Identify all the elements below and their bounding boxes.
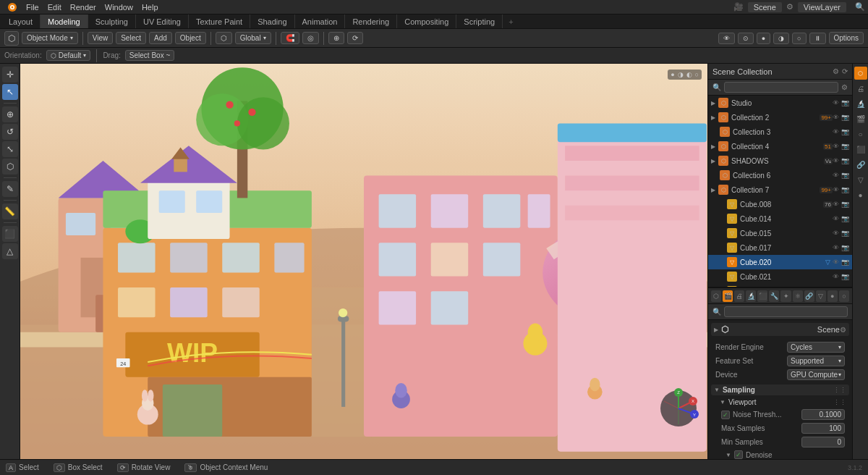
shading-render-btn[interactable]: ○ xyxy=(792,33,806,44)
annotate-tool[interactable]: ✎ xyxy=(2,181,18,197)
menu-file[interactable]: File xyxy=(22,1,43,13)
props-tab-material[interactable]: ● xyxy=(827,290,838,302)
visibility-icon[interactable]: 👁 xyxy=(833,157,839,164)
props-render-btn[interactable]: ⬡ xyxy=(854,67,867,80)
render-icon[interactable]: 📷 xyxy=(841,143,849,150)
visibility-icon[interactable]: 👁 xyxy=(833,128,839,135)
props-tab-scene[interactable]: 🎬 xyxy=(723,290,733,302)
max-samples-value[interactable]: 100 xyxy=(801,423,845,434)
add-mesh-tool[interactable]: △ xyxy=(2,243,18,259)
props-tab-object[interactable]: ⬛ xyxy=(757,290,767,302)
outliner-item-cube025[interactable]: ▶ ▽ Cube.025 👁 📷 xyxy=(708,284,852,287)
tab-modeling[interactable]: Modeling xyxy=(41,14,88,28)
render-icon[interactable]: 📷 xyxy=(841,114,849,121)
tab-shading[interactable]: Shading xyxy=(250,14,294,28)
scale-tool[interactable]: ⤡ xyxy=(2,141,18,157)
global-dropdown[interactable]: Global ▾ xyxy=(235,32,271,44)
tab-layout[interactable]: Layout xyxy=(1,14,41,28)
visibility-icon[interactable]: 👁 xyxy=(833,258,839,266)
render-icon[interactable]: 📷 xyxy=(841,244,849,251)
scene-options-icon[interactable]: ⚙ xyxy=(840,326,846,334)
render-icon[interactable]: 📷 xyxy=(841,215,849,222)
visibility-icon[interactable]: 👁 xyxy=(833,172,839,179)
props-output-btn[interactable]: 🖨 xyxy=(854,82,867,95)
render-icon[interactable]: 📷 xyxy=(841,157,849,164)
props-tab-data[interactable]: ▽ xyxy=(816,290,826,302)
snap-btn[interactable]: 🧲 xyxy=(281,32,299,44)
visibility-icon[interactable]: 👁 xyxy=(833,230,839,237)
menu-render[interactable]: Render xyxy=(66,1,101,13)
view-menu[interactable]: View xyxy=(88,32,114,44)
visibility-icon[interactable]: 👁 xyxy=(833,114,839,121)
overlay-btn[interactable]: 👁 xyxy=(718,33,735,44)
noise-thresh-value[interactable]: 0.1000 xyxy=(801,409,845,420)
measure-tool[interactable]: 📏 xyxy=(2,203,18,219)
rotate-tool[interactable]: ↺ xyxy=(2,124,18,140)
menu-window[interactable]: Window xyxy=(101,1,137,13)
feature-set-dropdown[interactable]: Supported ▾ xyxy=(787,356,845,366)
visibility-icon[interactable]: 👁 xyxy=(833,186,839,193)
visibility-icon[interactable]: 👁 xyxy=(833,201,839,208)
tab-animation[interactable]: Animation xyxy=(295,14,346,28)
visibility-icon[interactable]: 👁 xyxy=(833,215,839,222)
outliner-filter-btn[interactable]: ⚙ xyxy=(841,83,848,91)
pause-btn[interactable]: ⏸ xyxy=(809,33,826,44)
proportional-btn[interactable]: ◎ xyxy=(302,32,319,44)
affect-btn[interactable]: ⟳ xyxy=(347,32,363,44)
transform-tool[interactable]: ⬡ xyxy=(2,159,18,175)
outliner-item-collection7[interactable]: ▶ ⬡ Collection 7 99+ 👁 📷 xyxy=(708,182,852,197)
viewport-header[interactable]: ▼ Viewport ⋮⋮ xyxy=(717,397,849,408)
add-cube-tool[interactable]: ⬛ xyxy=(2,226,18,242)
scene-section-header[interactable]: ▶ ⬡ Scene ⚙ xyxy=(711,323,849,336)
denoise-checkbox[interactable] xyxy=(734,450,743,459)
options-btn[interactable]: Options xyxy=(829,32,864,44)
render-engine-dropdown[interactable]: Cycles ▾ xyxy=(787,342,845,353)
props-scene-btn[interactable]: 🎬 xyxy=(854,112,867,125)
min-samples-value[interactable]: 0 xyxy=(801,437,845,447)
props-search-input[interactable] xyxy=(724,306,848,317)
outliner-filter-icon[interactable]: ⚙ xyxy=(833,67,839,75)
props-object-btn[interactable]: ⬛ xyxy=(854,143,867,156)
props-tab-particles[interactable]: ✦ xyxy=(780,290,791,302)
status-select[interactable]: A Select xyxy=(6,463,39,472)
menu-help[interactable]: Help xyxy=(137,1,163,13)
outliner-item-collection2[interactable]: ▶ ⬡ Collection 2 99+ 👁 📷 xyxy=(708,110,852,125)
transform-orientations-btn[interactable]: ⬡ xyxy=(216,32,232,44)
render-icon[interactable]: 📷 xyxy=(841,273,849,280)
outliner-item-cube015[interactable]: ▶ ▽ Cube.015 👁 📷 xyxy=(708,226,852,240)
viewport[interactable]: WIP xyxy=(20,64,707,459)
render-icon[interactable]: 📷 xyxy=(841,201,849,208)
tab-texture-paint[interactable]: Texture Paint xyxy=(189,14,250,28)
status-rotate[interactable]: ⟳ Rotate View xyxy=(117,463,171,472)
viewlayer-selector[interactable]: ViewLayer xyxy=(798,2,846,12)
cursor-tool[interactable]: ✛ xyxy=(2,67,18,83)
outliner-item-collection4[interactable]: ▶ ⬡ Collection 4 51 👁 📷 xyxy=(708,139,852,154)
outliner-item-cube014[interactable]: ▶ ▽ Cube.014 👁 📷 xyxy=(708,211,852,226)
outliner-item-collection6[interactable]: ⬡ Collection 6 👁 📷 xyxy=(708,168,852,182)
props-tab-world[interactable]: ○ xyxy=(839,290,849,302)
render-icon[interactable]: 📷 xyxy=(841,230,849,237)
menu-edit[interactable]: Edit xyxy=(43,1,66,13)
tab-scripting[interactable]: Scripting xyxy=(456,14,503,28)
outliner-item-cube017[interactable]: ▶ ▽ Cube.017 👁 📷 xyxy=(708,240,852,255)
mesh-data-icon[interactable]: ▽ xyxy=(825,258,830,266)
tab-rendering[interactable]: Rendering xyxy=(345,14,397,28)
props-material-btn[interactable]: ● xyxy=(854,188,867,201)
props-tab-view[interactable]: 🔬 xyxy=(746,290,756,302)
outliner-search-input[interactable] xyxy=(724,82,838,93)
visibility-icon[interactable]: 👁 xyxy=(833,244,839,251)
render-icon[interactable]: 📷 xyxy=(841,172,849,179)
tab-sculpting[interactable]: Sculpting xyxy=(88,14,136,28)
outliner-item-cube021[interactable]: ▶ ▽ Cube.021 👁 📷 xyxy=(708,269,852,284)
add-menu[interactable]: Add xyxy=(149,32,172,44)
status-context-menu[interactable]: 🖰 Object Context Menu xyxy=(184,463,268,472)
device-dropdown[interactable]: GPU Compute ▾ xyxy=(787,369,845,380)
sampling-section-header[interactable]: ▼ Sampling ⋮⋮ xyxy=(711,384,849,395)
object-menu[interactable]: Object xyxy=(175,32,206,44)
props-data-btn[interactable]: ▽ xyxy=(854,173,867,186)
blender-logo-menu[interactable] xyxy=(3,0,22,13)
move-tool[interactable]: ⊕ xyxy=(2,106,18,122)
render-icon[interactable]: 📷 xyxy=(841,128,849,135)
select-menu[interactable]: Select xyxy=(116,32,146,44)
render-icon[interactable]: 📷 xyxy=(841,258,849,266)
